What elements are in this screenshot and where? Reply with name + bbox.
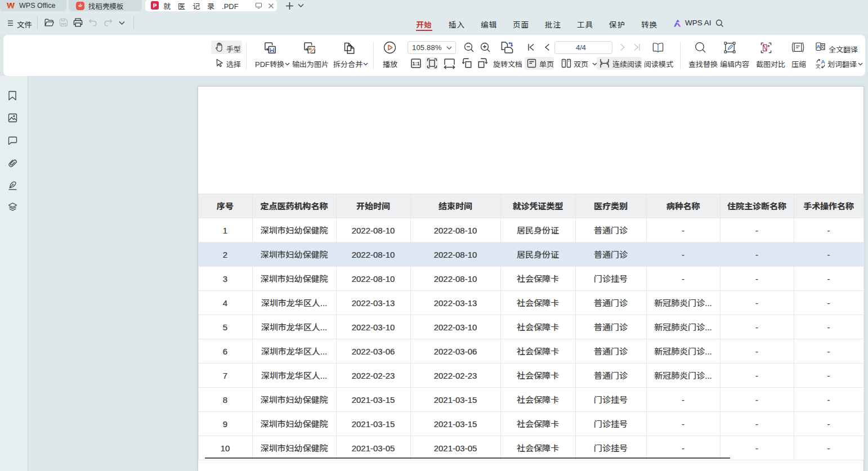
svg-text:1:1: 1:1 (412, 60, 420, 66)
svg-text:文: 文 (816, 62, 821, 69)
svg-text:A: A (821, 59, 825, 65)
svg-text:A: A (817, 43, 821, 50)
